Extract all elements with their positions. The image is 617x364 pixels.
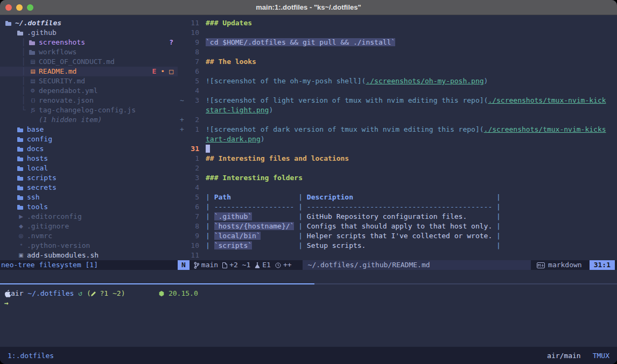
line-number: 5 (185, 76, 199, 86)
line-text (199, 67, 206, 76)
editor-line[interactable]: 11 (178, 251, 617, 260)
shell-input-line[interactable]: → (4, 298, 617, 308)
tmux-label: TMUX (593, 352, 609, 360)
editor-line[interactable]: 10| `scripts` | Setup scripts. | (178, 241, 617, 251)
tree-item-label: config (26, 134, 52, 144)
tree-item[interactable]: │▤CODE_OF_CONDUCT.md (0, 57, 178, 67)
git-branch-icon (194, 262, 199, 269)
tree-item[interactable]: (1 hidden item) (0, 115, 178, 125)
tree-item[interactable]: │▤SECURITY.md (0, 76, 178, 86)
folder-icon (16, 183, 26, 192)
tree-item[interactable]: hosts (0, 154, 178, 163)
editor-line[interactable]: 6 (178, 67, 617, 76)
editor-line[interactable]: 7| `.github` | GitHub Repository configu… (178, 212, 617, 222)
folder-icon (16, 134, 26, 144)
tree-item[interactable]: └JStag-changelog-config.js (0, 105, 178, 115)
editor-line[interactable]: tart-dark.png) (178, 134, 617, 144)
line-number: 9 (185, 231, 199, 241)
tree-item-label: SECURITY.md (38, 76, 85, 86)
filetype-label: markdown (548, 260, 582, 270)
editor-line[interactable]: 7## The looks (178, 57, 617, 67)
syntax-segment: `cd $HOME/.dotfiles && git pull && ./ins… (206, 38, 395, 46)
line-text (199, 144, 210, 154)
tree-item[interactable]: │screenshots? (0, 38, 178, 47)
tree-item[interactable]: ~/.dotfiles (0, 18, 178, 28)
markdown-file-icon: ▤ (28, 76, 38, 86)
tmux-window-tab[interactable]: 1:.dotfiles (8, 352, 54, 360)
extra-flags: ++ (283, 260, 292, 270)
line-number: 8 (185, 47, 199, 57)
line-text (199, 251, 206, 260)
editor-line[interactable]: 5![screenshot of the oh-my-posh shell](.… (178, 76, 617, 86)
editor-line[interactable]: ~3![screenshot of light version of tmux … (178, 96, 617, 105)
editor-line[interactable]: 8| `hosts/{hostname}/` | Configs that sh… (178, 222, 617, 231)
line-text: | `.github` | GitHub Repository configur… (199, 212, 501, 222)
diagnostics-count: E1 (262, 260, 271, 270)
tree-item[interactable]: secrets (0, 183, 178, 192)
editor-line[interactable]: 5| Path | Description | (178, 192, 617, 202)
editor-line[interactable]: 4 (178, 183, 617, 192)
syntax-segment: ## Interesting files and locations (206, 154, 349, 162)
tree-item[interactable]: config (0, 134, 178, 144)
editor-line[interactable]: start-light.png) (178, 105, 617, 115)
editor-buffer[interactable]: 11### Updates 10 9`cd $HOME/.dotfiles &&… (178, 15, 617, 260)
syntax-segment: | (366, 241, 500, 249)
tree-item[interactable]: │⚙dependabot.yml (0, 86, 178, 96)
tree-item[interactable]: ▶.editorconfig (0, 212, 178, 222)
tree-item-label: .python-version (26, 241, 90, 251)
indent-guide: │ (19, 96, 28, 105)
editor-line[interactable]: 31 (178, 144, 617, 154)
tree-item[interactable]: .github (0, 28, 178, 38)
syntax-segment: Setup scripts. (307, 241, 366, 249)
tree-item-label: screenshots (38, 38, 85, 47)
editor-line[interactable]: 11### Updates (178, 18, 617, 28)
gutter-sign (178, 183, 185, 192)
syntax-segment: ### Interesting folders (206, 174, 303, 182)
tree-item[interactable]: tools (0, 202, 178, 212)
editor-line[interactable]: 9`cd $HOME/.dotfiles && git pull && ./in… (178, 38, 617, 47)
line-number: 31 (185, 144, 199, 154)
syntax-segment: | (261, 232, 307, 240)
cursor-block (206, 145, 210, 153)
json-braces-icon: {} (28, 96, 38, 105)
tree-item[interactable]: docs (0, 144, 178, 154)
editor-line[interactable]: 9| `local/bin` | Helper scripts that I'v… (178, 231, 617, 241)
tree-item-label: dependabot.yml (38, 86, 98, 96)
tree-item[interactable]: *.python-version (0, 241, 178, 251)
line-number: 7 (185, 57, 199, 67)
tree-item[interactable]: base (0, 125, 178, 134)
syntax-segment: Path (214, 193, 231, 201)
editor-line[interactable]: 3### Interesting folders (178, 173, 617, 183)
editor-line[interactable]: 1## Interesting files and locations (178, 154, 617, 163)
syntax-segment: ) (269, 106, 273, 114)
syntax-segment: ## The looks (206, 58, 256, 66)
editor-line[interactable]: 4 (178, 86, 617, 96)
tree-item[interactable]: │{}renovate.json (0, 96, 178, 105)
tree-item[interactable]: scripts (0, 173, 178, 183)
node-version: 20.15.0 (169, 289, 198, 298)
editor-line[interactable]: +2 (178, 115, 617, 125)
file-path: ~/.dotfiles/.github/README.md (303, 260, 531, 270)
tree-item[interactable]: │workflows (0, 47, 178, 57)
tree-item[interactable]: ◎.nvmrc (0, 231, 178, 241)
tree-item[interactable]: local (0, 163, 178, 173)
gutter-sign (178, 173, 185, 183)
tree-item[interactable]: ▣add-submodules.sh (0, 251, 178, 260)
tree-item[interactable]: ssh (0, 192, 178, 202)
editor-line[interactable]: +1![screenshot of dark version of tmux w… (178, 125, 617, 134)
gutter-sign (178, 57, 185, 67)
editor-line[interactable]: 6| ------------------- | ---------------… (178, 202, 617, 212)
host-name: air (11, 289, 23, 298)
tree-item[interactable]: │▤README.mdE•□ (0, 67, 178, 76)
editor-line[interactable]: 10 (178, 28, 617, 38)
neo-tree-sidebar[interactable]: ~/.dotfiles.github│screenshots?│workflow… (0, 15, 178, 260)
tree-item[interactable]: ◆.gitignore (0, 222, 178, 231)
line-text: | `scripts` | Setup scripts. | (199, 241, 501, 251)
editor-line[interactable]: 8 (178, 47, 617, 57)
line-number: 3 (185, 96, 199, 105)
syntax-segment: ![screenshot of light version of tmux wi… (206, 96, 488, 104)
editor-line[interactable]: 2 (178, 163, 617, 173)
shell-pane[interactable]: air ~/.dotfiles ↺ ( ?1 ~2) 20.15.0 → (0, 284, 617, 347)
syntax-segment: | (467, 212, 501, 220)
gutter-sign (178, 28, 185, 38)
